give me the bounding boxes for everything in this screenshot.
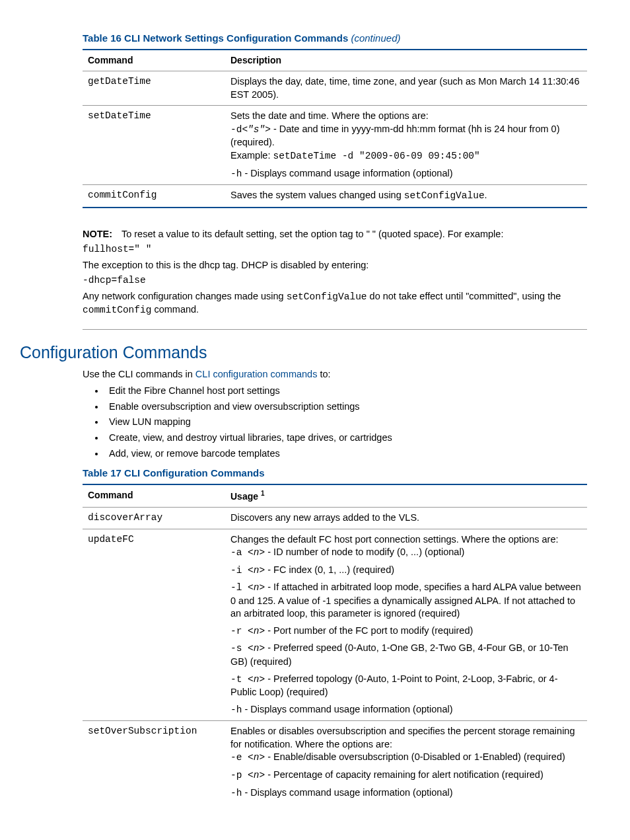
flag-desc: - Date and time in yyyy-mm-dd hh:mm form…	[230, 124, 559, 148]
desc-subline: -h - Displays command usage information …	[230, 703, 582, 717]
flag-arg: <n>	[248, 752, 265, 763]
desc-cell: Enables or disables oversubscription and…	[225, 721, 587, 804]
page-content: Table 16 CLI Network Settings Configurat…	[83, 32, 587, 804]
flag-desc: - Displays command usage information (op…	[242, 704, 452, 714]
table-row: updateFC Changes the default FC host por…	[83, 529, 587, 721]
table-row: getDateTime Displays the day, date, time…	[83, 71, 587, 106]
table16-title-suffix: (continued)	[351, 32, 400, 44]
note-text: command.	[151, 304, 199, 315]
desc-subline: -t <n> - Preferred topology (0-Auto, 1-P…	[230, 673, 582, 699]
table16-title: Table 16 CLI Network Settings Configurat…	[83, 32, 587, 45]
flag: -d	[230, 124, 242, 135]
desc-cell: Saves the system values changed using se…	[225, 185, 587, 208]
table-row: commitConfig Saves the system values cha…	[83, 185, 587, 208]
inline-code: commitConfig	[83, 305, 151, 315]
intro-link[interactable]: CLI configuration commands	[195, 369, 318, 379]
cmd-cell: commitConfig	[83, 185, 225, 208]
list-item: Enable oversubscription and view oversub…	[105, 401, 587, 414]
example-label: Example:	[230, 150, 273, 161]
th-description: Description	[225, 50, 587, 71]
table-header-row: Command Description	[83, 50, 587, 71]
table16-title-text: Table 16 CLI Network Settings Configurat…	[83, 32, 351, 44]
desc-subline: -h - Displays command usage information …	[230, 786, 582, 800]
flag-desc: - Percentage of capacity remaining for a…	[265, 769, 543, 780]
intro-text: to:	[317, 369, 330, 379]
flag-arg: <n>	[248, 547, 265, 558]
list-item: Edit the Fibre Channel host port setting…	[105, 385, 587, 398]
footnote-ref: 1	[261, 490, 265, 497]
flag-desc: - Port number of the FC port to modify (…	[265, 625, 473, 636]
cmd-cell: setOverSubscription	[83, 721, 225, 804]
flag-arg: <n>	[248, 582, 265, 593]
flag-arg: <"s">	[242, 124, 271, 135]
th-usage: Usage 1	[225, 484, 587, 507]
desc-subline: -s <n> - Preferred speed (0-Auto, 1-One …	[230, 642, 582, 668]
list-item: Add, view, or remove barcode templates	[105, 447, 587, 461]
table17-title: Table 17 CLI Configuration Commands	[83, 467, 587, 480]
desc-cell: Sets the date and time. Where the option…	[225, 106, 587, 185]
desc-subline: -l <n> - If attached in arbitrated loop …	[230, 581, 582, 621]
cmd-cell: updateFC	[83, 529, 225, 721]
table-header-row: Command Usage 1	[83, 484, 587, 507]
example-code: setDateTime -d "2009-06-09 09:45:00"	[273, 151, 479, 161]
desc-cell: Displays the day, date, time, time zone,…	[225, 71, 587, 106]
flag: -t	[230, 674, 248, 685]
desc-cell: Changes the default FC host port connect…	[225, 529, 587, 721]
th-command: Command	[83, 50, 225, 71]
note-line: NOTE: To reset a value to its default se…	[83, 228, 587, 241]
flag-desc: - If attached in arbitrated loop mode, s…	[230, 582, 581, 619]
table17: Command Usage 1 discoverArray Discovers …	[83, 484, 587, 804]
flag: -p	[230, 770, 248, 781]
flag: -h	[230, 788, 242, 798]
table-row: discoverArray Discovers any new arrays a…	[83, 507, 587, 529]
desc-text: .	[485, 190, 487, 200]
section-heading: Configuration Commands	[20, 342, 587, 364]
desc-subline: -h - Displays command usage information …	[230, 167, 582, 181]
cmd-cell: getDateTime	[83, 71, 225, 106]
th-usage-text: Usage	[230, 491, 261, 502]
list-item: Create, view, and destroy virtual librar…	[105, 432, 587, 445]
flag-arg: <n>	[248, 643, 265, 654]
flag-desc: - ID number of node to modify (0, ...) (…	[265, 547, 464, 557]
desc-subline: -p <n> - Percentage of capacity remainin…	[230, 769, 582, 783]
flag: -e	[230, 752, 248, 763]
inline-code: setConfigValue	[287, 291, 367, 302]
note-code: -dhcp=false	[83, 274, 587, 287]
note-box: NOTE: To reset a value to its default se…	[83, 219, 587, 330]
note-text: The exception to this is the dhcp tag. D…	[83, 259, 587, 272]
desc-line: Enables or disables oversubscription and…	[230, 726, 575, 749]
section-intro: Use the CLI commands in CLI configuratio…	[83, 368, 587, 381]
flag-desc: - Preferred speed (0-Auto, 1-One GB, 2-T…	[230, 642, 569, 667]
flag-desc: - Preferred topology (0-Auto, 1-Point to…	[230, 673, 558, 698]
note-line: Any network configuration changes made u…	[83, 290, 587, 317]
flag-arg: <n>	[248, 565, 265, 576]
th-command: Command	[83, 484, 225, 507]
desc-line: Sets the date and time. Where the option…	[230, 110, 429, 121]
flag-desc: - Enable/disable oversubscription (0-Dis…	[265, 751, 565, 762]
desc-line: Changes the default FC host port connect…	[230, 534, 559, 545]
flag: -i	[230, 565, 248, 576]
list-item: View LUN mapping	[105, 416, 587, 429]
bullet-list: Edit the Fibre Channel host port setting…	[83, 385, 587, 460]
desc-cell: Discovers any new arrays added to the VL…	[225, 507, 587, 529]
note-text: To reset a value to its default setting,…	[122, 229, 504, 239]
flag: -s	[230, 643, 248, 654]
flag: -h	[230, 705, 242, 715]
flag-desc: - Displays command usage information (op…	[242, 787, 452, 798]
flag: -a	[230, 547, 248, 558]
desc-text: Saves the system values changed using	[230, 190, 404, 200]
desc-subline: -i <n> - FC index (0, 1, ...) (required)	[230, 564, 582, 578]
note-text: do not take effect until "committed", us…	[367, 291, 561, 301]
cmd-cell: setDateTime	[83, 106, 225, 185]
inline-code: setConfigValue	[404, 190, 485, 201]
flag-arg: <n>	[248, 674, 265, 685]
flag-arg: <n>	[248, 626, 265, 636]
note-label: NOTE:	[83, 229, 112, 239]
intro-text: Use the CLI commands in	[83, 369, 195, 379]
desc-subline: -r <n> - Port number of the FC port to m…	[230, 625, 582, 638]
table16: Command Description getDateTime Displays…	[83, 49, 587, 208]
flag-desc: - Displays command usage information (op…	[242, 168, 452, 178]
flag: -h	[230, 169, 242, 179]
flag-arg: <n>	[248, 770, 265, 781]
note-code: fullhost=" "	[83, 243, 587, 256]
